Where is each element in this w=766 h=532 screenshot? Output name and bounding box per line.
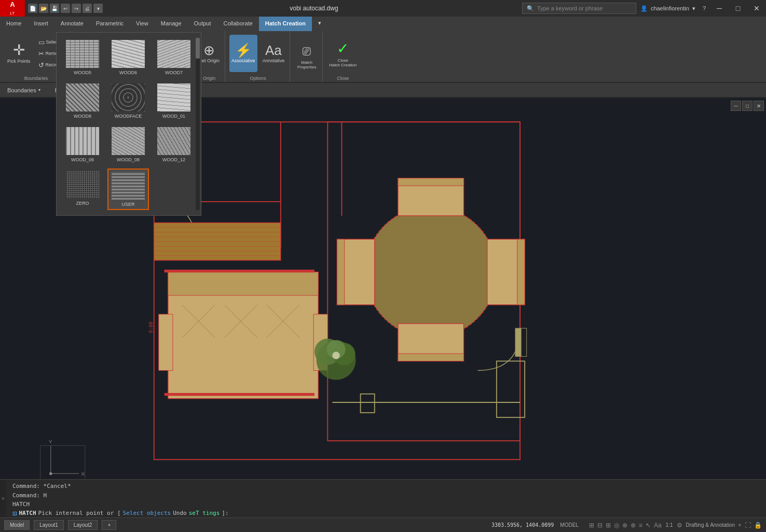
search-icon: 🔍	[527, 5, 534, 12]
otrack-icon[interactable]: ⊗	[631, 522, 636, 529]
user-dropdown[interactable]: ▾	[692, 5, 695, 12]
undo-button[interactable]: ↩	[61, 4, 70, 13]
pattern-item-woodface[interactable]: WOODFACE	[107, 81, 149, 121]
tab-collaborate[interactable]: Collaborate	[217, 17, 259, 31]
fullscreen-icon[interactable]: ⛶	[745, 522, 751, 529]
pattern-thumb-wood6	[112, 40, 145, 68]
lock-icon[interactable]: 🔒	[754, 522, 762, 529]
titlebar: ALT 📄 📂 💾 ↩ ↪ 🖨 ▾ vobi autocad.dwg 🔍 Typ…	[0, 0, 766, 17]
snap-icon[interactable]: ⊟	[597, 522, 603, 529]
redo-button[interactable]: ↪	[72, 4, 81, 13]
status-scale[interactable]: 1:1	[665, 522, 674, 528]
close-hatch-button[interactable]: ✓ CloseHatch Creation	[327, 35, 359, 72]
pattern-dropdown-panel: WOOD5 WOOD6 WOOD7 WOOD8 WOODFACE WOOD_01…	[56, 32, 201, 216]
annotative-button[interactable]: Aa Annotative	[261, 35, 287, 72]
sub-boundaries-label: Boundaries	[7, 87, 36, 93]
pick-points-label: Pick Points	[7, 59, 31, 64]
command-line-3: HATCH	[12, 500, 750, 509]
pattern-thumb-wood8	[66, 83, 99, 111]
svg-point-40	[332, 352, 339, 359]
cursor-icon[interactable]: ↖	[646, 522, 651, 529]
tab-annotate[interactable]: Annotate	[54, 17, 90, 31]
polar-icon[interactable]: ◎	[614, 522, 619, 529]
svg-rect-42	[361, 394, 375, 413]
pattern-item-wood01[interactable]: WOOD_01	[153, 81, 195, 121]
pattern-item-wood06[interactable]: WOOD_06	[62, 125, 103, 164]
user-icon: 👤	[640, 5, 648, 12]
osnap-icon[interactable]: ⊕	[622, 522, 627, 529]
search-placeholder: Type a keyword or phrase	[537, 5, 603, 11]
pattern-thumb-zero	[66, 171, 99, 199]
add-workspace-icon[interactable]: +	[738, 522, 742, 529]
save-button[interactable]: 💾	[50, 4, 59, 13]
command-end: ]:	[222, 510, 228, 516]
tab-output[interactable]: Output	[188, 17, 217, 31]
pick-points-button[interactable]: ✛ Pick Points	[5, 35, 33, 72]
settings-icon[interactable]: ⚙	[677, 522, 682, 529]
help-icon[interactable]: ?	[703, 5, 706, 11]
pattern-item-wood5[interactable]: WOOD5	[62, 38, 103, 77]
file-title: vobi autocad.dwg	[106, 5, 522, 12]
tab-model[interactable]: Model	[4, 520, 30, 530]
plot-button[interactable]: 🖨	[83, 4, 92, 13]
pattern-thumb-wood7	[157, 40, 190, 68]
status-workspace[interactable]: Drafting & Annotation	[686, 522, 735, 528]
close-viewport[interactable]: ✕	[754, 101, 764, 111]
new-button[interactable]: 📄	[28, 4, 37, 13]
command-prompt-icon: ⊡	[12, 509, 17, 517]
lineweight-icon[interactable]: ≡	[639, 522, 642, 529]
pattern-item-zero[interactable]: ZERO	[62, 169, 103, 210]
restore-viewport[interactable]: □	[742, 101, 753, 111]
pattern-scrollbar[interactable]	[196, 38, 200, 210]
pattern-label-wood12: WOOD_12	[162, 157, 185, 162]
pattern-thumb-wood01	[157, 83, 190, 111]
pattern-thumb-wood12	[157, 127, 190, 155]
tab-add-layout[interactable]: +	[102, 520, 116, 530]
tab-hatch-creation[interactable]: Hatch Creation	[259, 17, 312, 31]
tab-manage[interactable]: Manage	[155, 17, 188, 31]
more-button[interactable]: ▾	[93, 4, 103, 13]
pattern-label-wood7: WOOD7	[165, 70, 183, 75]
command-line: ⊠ Command: *Cancel* Command: H HATCH ⊡ H…	[0, 479, 766, 517]
svg-text:X: X	[81, 471, 85, 477]
svg-point-25	[365, 206, 497, 338]
pattern-label-zero: ZERO	[76, 201, 89, 206]
annotative-label: Annotative	[263, 58, 285, 63]
pattern-item-wood8[interactable]: WOOD8	[62, 81, 103, 121]
command-line-edge: ⊠	[0, 480, 6, 517]
minimize-viewport[interactable]: ─	[731, 101, 741, 111]
tab-more[interactable]: ▾	[312, 17, 327, 31]
tab-view[interactable]: View	[130, 17, 155, 31]
pattern-scrollbar-thumb[interactable]	[196, 38, 200, 59]
command-prompt-text: Pick internal point or [	[38, 510, 121, 516]
annotate-icon[interactable]: Aa	[654, 522, 662, 529]
pattern-label-wood01: WOOD_01	[162, 114, 185, 119]
maximize-button[interactable]: □	[729, 0, 747, 17]
svg-rect-50	[40, 445, 85, 481]
ortho-icon[interactable]: ⊞	[606, 522, 611, 529]
match-properties-button[interactable]: ⎚ Match Properties	[294, 37, 319, 75]
pattern-label-wood06: WOOD_06	[71, 157, 94, 162]
svg-rect-23	[165, 270, 314, 272]
close-button[interactable]: ✕	[747, 0, 766, 17]
grid-icon[interactable]: ⊞	[589, 522, 594, 529]
pattern-label-wood8: WOOD8	[74, 114, 91, 119]
minimize-button[interactable]: ─	[710, 0, 729, 17]
username[interactable]: chaelinfiorentin	[651, 5, 689, 11]
pattern-item-wood12[interactable]: WOOD_12	[153, 125, 195, 164]
sub-boundaries[interactable]: Boundaries ▾	[4, 86, 44, 94]
pattern-item-wood6[interactable]: WOOD6	[107, 38, 149, 77]
associative-button[interactable]: ⚡ Associative	[229, 35, 257, 72]
open-button[interactable]: 📂	[39, 4, 48, 13]
search-box[interactable]: 🔍 Type a keyword or phrase	[522, 3, 636, 14]
pattern-item-wood08[interactable]: WOOD_08	[107, 125, 149, 164]
tab-insert[interactable]: Insert	[28, 17, 54, 31]
tab-layout1[interactable]: Layout1	[34, 520, 64, 530]
status-icons: ⊞ ⊟ ⊞ ◎ ⊕ ⊗ ≡ ↖ Aa 1:1 ⚙ Drafting & Anno…	[589, 522, 762, 529]
pattern-thumb-woodface	[112, 83, 145, 111]
pattern-item-user[interactable]: USER	[107, 169, 149, 210]
tab-parametric[interactable]: Parametric	[90, 17, 130, 31]
tab-layout2[interactable]: Layout2	[68, 520, 98, 530]
tab-home[interactable]: Home	[0, 17, 28, 31]
pattern-item-wood7[interactable]: WOOD7	[153, 38, 195, 77]
